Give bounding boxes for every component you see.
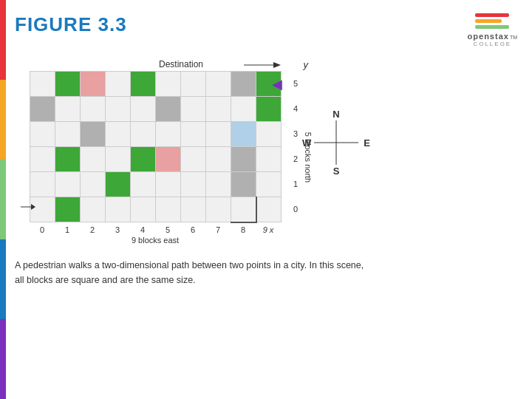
destination-label: Destination [159,59,203,69]
cell-4-2 [81,97,106,122]
grid-row-1 [30,172,282,197]
cell-5-0 [30,72,55,97]
grid-row-0 [30,197,282,222]
compass-s: S [333,166,340,177]
logo-line-red [475,13,509,17]
cell-5-8 [231,72,256,97]
cell-3-1 [55,122,81,147]
left-color-bars [0,0,6,399]
x-num-0: 0 [30,225,55,234]
svg-marker-3 [31,204,35,210]
cell-5-4 [131,72,156,97]
cell-4-7 [206,97,231,122]
cell-2-2 [81,147,106,172]
cell-1-0 [30,172,55,197]
x-num-5: 5 [155,225,180,234]
compass-w: W [302,137,311,149]
y-num-4: 4 [293,104,298,113]
cell-5-7 [206,72,231,97]
cell-0-2 [81,197,106,222]
cell-0-1 [55,197,81,222]
bar-orange [0,80,6,160]
cell-4-4 [131,97,156,122]
cell-2-1 [55,147,81,172]
figure-title: FIGURE 3.3 [15,13,127,36]
x-num-6: 6 [180,225,205,234]
caption-line1: A pedestrian walks a two-dimensional pat… [15,260,364,270]
cell-0-7 [206,197,231,222]
city-grid: ◀ [30,71,282,223]
cell-1-1 [55,172,81,197]
cell-3-4 [131,122,156,147]
cell-4-8 [231,97,256,122]
cell-1-4 [131,172,156,197]
cell-3-0 [30,122,55,147]
cell-3-9 [256,122,282,147]
caption-line2: all blocks are square and are the same s… [15,275,196,285]
cell-5-5 [156,72,181,97]
grid-row-4 [30,97,282,122]
cell-0-3 [106,197,131,222]
cell-4-6 [181,97,206,122]
cell-3-8 [231,122,256,147]
cell-0-4 [131,197,156,222]
cell-2-5 [156,147,181,172]
cell-3-3 [106,122,131,147]
logo-line-green [475,25,509,29]
destination-pointer: ◀ [272,72,282,97]
cell-2-3 [106,147,131,172]
cell-3-5 [156,122,181,147]
x-num-7: 7 [205,225,231,234]
cell-3-6 [181,122,206,147]
y-num-1: 1 [293,180,298,188]
y-num-5: 5 [293,79,298,88]
cell-3-7 [206,122,231,147]
compass-body: N S E W [314,120,358,165]
cell-2-0 [30,147,55,172]
cell-5-9: ◀ [256,72,282,97]
grid-row-3 [30,122,282,147]
cell-5-1 [55,72,81,97]
destination-arrow [244,58,281,72]
x-num-8: 8 [231,225,256,234]
cell-2-9 [256,147,282,172]
x-num-4: 4 [130,225,155,234]
grid-section: Destination Starting point [15,55,282,245]
logo-text-group: openstax TM [468,32,517,41]
cell-2-4 [131,147,156,172]
logo-tm: TM [510,35,517,40]
compass-n: N [332,109,339,120]
x-num-3: 3 [105,225,130,234]
svg-marker-1 [273,62,281,68]
logo-line-orange [475,19,502,23]
grid-row-5: ◀ [30,72,282,97]
bar-red [0,0,6,80]
cell-1-8 [231,172,256,197]
cell-2-6 [181,147,206,172]
compass: N S E W [304,110,363,169]
cell-1-9 [256,172,282,197]
cell-0-5 [156,197,181,222]
y-axis-numbers: 5 4 3 2 1 0 [293,71,298,222]
logo-area: openstax TM COLLEGE [468,13,517,47]
y-num-2: 2 [293,154,298,163]
blocks-east-label: 9 blocks east [30,236,281,245]
x-num-2: 2 [80,225,105,234]
y-num-0: 0 [293,205,298,214]
cell-1-2 [81,172,106,197]
bar-purple [0,319,6,399]
grid-row-2 [30,147,282,172]
cell-4-9 [256,97,282,122]
x-axis-numbers: 0 1 2 3 4 5 6 7 8 9 x [30,225,282,234]
compass-e: E [364,137,370,149]
logo-college: COLLEGE [473,41,511,47]
cell-3-2 [81,122,106,147]
cell-1-3 [106,172,131,197]
cell-4-3 [106,97,131,122]
cell-0-6 [181,197,206,222]
cell-5-3 [106,72,131,97]
header: FIGURE 3.3 openstax TM COLLEGE [0,0,532,55]
y-axis-label: y [304,59,309,70]
bar-blue [0,239,6,319]
cell-5-6 [181,72,206,97]
